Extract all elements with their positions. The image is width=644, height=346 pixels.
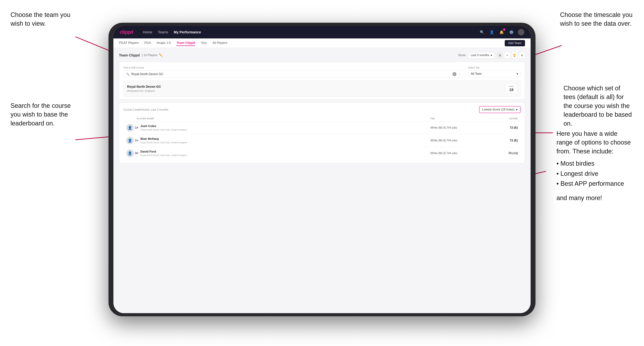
col-header-blank bbox=[126, 117, 137, 120]
course-info: Royal North Devon GC Westward Ho!, Engla… bbox=[127, 85, 161, 92]
col-header-tee: TEE bbox=[430, 117, 483, 120]
show-controls: Show: Last 3 months ▾ ⊞ ≡ 🏆 ⬇ bbox=[458, 52, 525, 58]
course-search-box: Find a Golf Course 🔍 ✕ ☆ Select Tee All … bbox=[119, 62, 525, 100]
col-header-score: SCORE bbox=[483, 117, 518, 120]
score-cell-3: 73 (+1) bbox=[483, 152, 518, 155]
show-period-select[interactable]: Last 3 months ▾ bbox=[468, 52, 494, 58]
score-type-select[interactable]: Lowest Score (18 holes) ▾ bbox=[479, 106, 520, 113]
subnav-all-players[interactable]: All Players bbox=[212, 40, 227, 46]
rank-num-2: 1 bbox=[135, 139, 137, 142]
show-label: Show: bbox=[458, 53, 466, 57]
rank-cell-1: 👤 1 bbox=[126, 124, 137, 132]
leaderboard-title: Course Leaderboard, Last 3 months bbox=[123, 108, 479, 112]
options-list: Most birdies Longest drive Best APP perf… bbox=[556, 159, 634, 189]
tee-cell-2: White (M) (6,744 yds) bbox=[430, 139, 483, 142]
tee-cell-3: White (M) (6,744 yds) bbox=[430, 152, 483, 155]
course-location: Westward Ho!, England bbox=[127, 89, 161, 92]
leaderboard-section: Course Leaderboard, Last 3 months Lowest… bbox=[119, 102, 525, 163]
player-name-3: David Ford bbox=[140, 150, 187, 154]
player-avatar-2: 👤 bbox=[126, 137, 134, 144]
trophy-view-btn[interactable]: 🏆 bbox=[511, 52, 518, 58]
table-row: 👤 1 ♥ Josh Coles Royal North Devon Golf … bbox=[123, 121, 520, 134]
sub-nav: PGAT Players PGA Hcaps 1-5 Team Clippd T… bbox=[114, 38, 530, 48]
player-name-2: Blair McHarg bbox=[140, 137, 187, 141]
subnav-team-clippd[interactable]: Team Clippd bbox=[176, 40, 195, 46]
tablet-device: clippd Home Teams My Performance 🔍 👤 🔔 1… bbox=[108, 23, 536, 316]
team-player-count: | 14 Players bbox=[142, 53, 158, 57]
user-avatar[interactable] bbox=[518, 29, 524, 35]
player-info-2: Blair McHarg Royal North Devon Golf Club… bbox=[140, 137, 187, 144]
show-period-text: Last 3 months bbox=[470, 53, 489, 57]
annotation-top-right: Choose the timescale you wish to see the… bbox=[560, 10, 634, 28]
subnav-tour[interactable]: Tour bbox=[201, 40, 207, 46]
search-icon: 🔍 bbox=[126, 72, 130, 76]
download-btn[interactable]: ⬇ bbox=[519, 52, 525, 58]
leaderboard-table: PLAYER NAME TEE SCORE 👤 1 ♥ J bbox=[123, 116, 520, 160]
player-avatar-3: 👤 bbox=[126, 149, 134, 157]
annotation-mid-right: Choose which set of tees (default is all… bbox=[564, 84, 634, 128]
subnav-hcaps[interactable]: Hcaps 1-5 bbox=[156, 40, 171, 46]
heart-icon-2[interactable]: ♥ bbox=[137, 139, 138, 142]
option-birdies: Most birdies bbox=[556, 159, 634, 169]
tee-chevron-icon: ▾ bbox=[516, 72, 518, 75]
heart-icon-3[interactable]: ♥ bbox=[137, 152, 138, 155]
search-icon-btn[interactable]: 🔍 bbox=[479, 29, 485, 35]
grid-view-btn[interactable]: ⊞ bbox=[497, 52, 503, 58]
holes-value: 18 bbox=[509, 88, 513, 92]
player-cell-3: ♥ David Ford Royal North Devon Golf Club… bbox=[137, 150, 430, 157]
app-logo: clippd bbox=[120, 29, 133, 35]
and-more-text: and many more! bbox=[556, 194, 634, 202]
find-course-group: Find a Golf Course 🔍 ✕ ☆ bbox=[123, 66, 464, 78]
find-course-label: Find a Golf Course bbox=[123, 66, 464, 69]
tee-value-text: All Tees bbox=[471, 72, 482, 76]
view-icons: ⊞ ≡ 🏆 ⬇ bbox=[497, 52, 525, 58]
rank-num-3: 3 bbox=[135, 152, 137, 155]
rank-num-1: 1 bbox=[135, 126, 137, 130]
main-content: Team Clippd | 14 Players ✏️ Show: Last 3… bbox=[114, 48, 530, 313]
table-header: PLAYER NAME TEE SCORE bbox=[123, 116, 520, 121]
subnav-pgat[interactable]: PGAT Players bbox=[119, 40, 138, 46]
course-name: Royal North Devon GC bbox=[127, 85, 161, 89]
option-drive: Longest drive bbox=[556, 169, 634, 179]
subnav-pga[interactable]: PGA bbox=[144, 40, 151, 46]
notification-icon-btn[interactable]: 🔔 1 bbox=[498, 29, 505, 35]
heart-icon-1[interactable]: ♥ bbox=[137, 126, 138, 129]
settings-icon-btn[interactable]: ⚙️ bbox=[508, 29, 514, 35]
score-cell-2: 72 (E) bbox=[483, 139, 518, 142]
table-row: 👤 3 ♥ David Ford Royal North Devon Golf … bbox=[123, 147, 520, 160]
clear-search-btn[interactable]: ✕ bbox=[452, 72, 456, 76]
team-header: Team Clippd | 14 Players ✏️ Show: Last 3… bbox=[119, 52, 525, 58]
option-app: Best APP performance bbox=[556, 178, 634, 189]
tee-select[interactable]: All Tees ▾ bbox=[468, 70, 520, 77]
rank-cell-2: 👤 1 bbox=[126, 137, 137, 144]
nav-home[interactable]: Home bbox=[143, 30, 152, 34]
nav-teams[interactable]: Teams bbox=[158, 30, 168, 34]
holes-label: Holes bbox=[508, 85, 514, 88]
player-name-1: Josh Coles bbox=[140, 124, 187, 128]
player-club-1: Royal North Devon Golf Club, United King… bbox=[140, 128, 187, 131]
tablet-screen: clippd Home Teams My Performance 🔍 👤 🔔 1… bbox=[114, 26, 530, 313]
nav-my-performance[interactable]: My Performance bbox=[174, 30, 201, 34]
nav-bar: clippd Home Teams My Performance 🔍 👤 🔔 1… bbox=[114, 26, 530, 38]
player-club-3: Royal North Devon Golf Club, United King… bbox=[140, 154, 187, 157]
favourite-star-icon[interactable]: ☆ bbox=[458, 72, 461, 76]
people-icon-btn[interactable]: 👤 bbox=[488, 29, 495, 35]
annotation-mid-left: Search for the course you wish to base t… bbox=[10, 101, 74, 128]
list-view-btn[interactable]: ≡ bbox=[504, 52, 510, 58]
holes-badge: Holes 18 bbox=[506, 84, 517, 94]
notification-badge: 1 bbox=[503, 28, 506, 31]
tee-select-group: Select Tee All Tees ▾ bbox=[468, 66, 520, 78]
player-avatar-1: 👤 bbox=[126, 124, 134, 132]
nav-icons: 🔍 👤 🔔 1 ⚙️ bbox=[479, 29, 524, 35]
score-type-text: Lowest Score (18 holes) bbox=[482, 108, 514, 111]
player-cell-2: ♥ Blair McHarg Royal North Devon Golf Cl… bbox=[137, 137, 430, 144]
team-name: Team Clippd bbox=[119, 53, 140, 57]
course-search-input[interactable] bbox=[131, 72, 451, 76]
nav-links: Home Teams My Performance bbox=[143, 30, 472, 34]
player-club-2: Royal North Devon Golf Club, United King… bbox=[140, 141, 187, 144]
score-cell-1: 72 (E) bbox=[483, 126, 518, 130]
player-info-1: Josh Coles Royal North Devon Golf Club, … bbox=[140, 124, 187, 131]
edit-team-icon[interactable]: ✏️ bbox=[159, 53, 163, 57]
add-team-button[interactable]: Add Team bbox=[505, 40, 525, 46]
leaderboard-header: Course Leaderboard, Last 3 months Lowest… bbox=[123, 106, 520, 113]
